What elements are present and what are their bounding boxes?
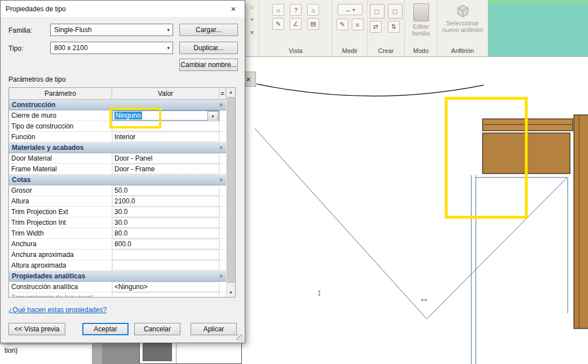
close-tool-icon[interactable]: × bbox=[250, 29, 254, 37]
param-value-cell[interactable]: 80.0 bbox=[112, 228, 219, 238]
param-name-cell: Trim Width bbox=[9, 228, 112, 238]
param-value-cell[interactable]: Interior bbox=[112, 132, 219, 142]
lines-icon[interactable]: ≡ bbox=[352, 19, 364, 30]
param-row: Trim Projection Ext30.0 bbox=[9, 207, 226, 217]
param-value-cell[interactable]: 50.0 bbox=[112, 185, 219, 196]
properties-help-link[interactable]: ¿Qué hacen estas propiedades? bbox=[8, 306, 107, 314]
param-name-cell: Transmitancia de luz visual bbox=[9, 292, 112, 297]
param-value-cell[interactable]: <Ninguno> bbox=[112, 282, 219, 292]
col-header-valor[interactable]: Valor bbox=[112, 88, 219, 99]
angle-icon[interactable]: ∠ bbox=[290, 18, 302, 30]
pencil-icon[interactable]: ✎ bbox=[272, 18, 284, 30]
param-value-cell[interactable]: 800.0 bbox=[112, 239, 219, 249]
bottom-left-text-strip: tion) bbox=[0, 344, 92, 364]
param-row: Transmitancia de luz visual bbox=[9, 292, 226, 297]
panel-label-vista[interactable]: Vista bbox=[259, 47, 332, 56]
equalize-cell bbox=[219, 207, 226, 217]
lightbulb-icon[interactable]: ☼ bbox=[249, 3, 255, 11]
bottom-grey-panel-edge bbox=[92, 342, 102, 364]
type-combo[interactable]: 800 x 2100 ▾ bbox=[50, 42, 173, 54]
col-header-eq[interactable]: = bbox=[219, 88, 226, 99]
home-icon[interactable]: ⌂ bbox=[307, 4, 319, 16]
chevron-down-icon[interactable]: ▾ bbox=[167, 27, 173, 33]
dialog-title: Propiedades de tipo bbox=[6, 5, 66, 13]
measure-icon[interactable]: ↔ ▾ bbox=[338, 4, 362, 15]
panel-label-medir[interactable]: Medir bbox=[333, 47, 367, 56]
resize-grip[interactable] bbox=[236, 334, 244, 341]
duplicate-button[interactable]: Duplicar... bbox=[179, 42, 238, 54]
load-button[interactable]: Cargar... bbox=[179, 24, 238, 36]
ribbon: ☼ + × ☼ ? ⌂ ✎ ∠ ▤ Vista ↔ bbox=[245, 0, 588, 57]
param-row: Frame MaterialDoor - Frame bbox=[9, 164, 226, 175]
value-dropdown-button[interactable]: ▾ bbox=[207, 111, 218, 121]
scroll-down-icon[interactable]: ▼ bbox=[227, 288, 235, 297]
param-section-header[interactable]: Propiedades analíticas« bbox=[9, 271, 226, 282]
apply-button[interactable]: Aplicar bbox=[191, 323, 237, 335]
preview-button[interactable]: << Vista previa bbox=[8, 323, 65, 335]
scroll-up-icon[interactable]: ▲ bbox=[227, 88, 235, 96]
rename-button[interactable]: Cambiar nombre... bbox=[179, 59, 238, 71]
param-value-cell[interactable] bbox=[112, 250, 219, 260]
dialog-title-bar[interactable]: Propiedades de tipo bbox=[1, 1, 245, 17]
wall-block bbox=[483, 133, 570, 174]
param-name-cell: Tipo de construcción bbox=[9, 121, 112, 131]
collapse-chevron-icon[interactable]: « bbox=[218, 274, 225, 278]
swap-icon[interactable]: ⇄ bbox=[370, 21, 382, 33]
door-elevation-lines bbox=[255, 128, 568, 364]
param-value-cell[interactable] bbox=[112, 292, 219, 297]
param-row: Altura aproximada bbox=[9, 260, 226, 271]
equalize-cell bbox=[219, 121, 226, 131]
ribbon-panel-medir: ↔ ▾ ✎ ≡ Medir bbox=[333, 0, 368, 56]
collapse-chevron-icon[interactable]: « bbox=[218, 103, 225, 106]
param-name-cell: Trim Projection Ext bbox=[9, 207, 112, 217]
section-label: Cotas bbox=[12, 176, 30, 184]
chevron-down-icon[interactable]: ▾ bbox=[167, 45, 173, 51]
panel-label-anfitrion[interactable]: Anfitrión bbox=[437, 47, 488, 56]
updown-icon[interactable]: ⇅ bbox=[388, 21, 400, 33]
group-icon[interactable]: □ bbox=[388, 4, 403, 19]
pencil-icon[interactable]: ✎ bbox=[337, 19, 348, 30]
panel-label-crear[interactable]: Crear bbox=[368, 47, 404, 56]
table-scrollbar[interactable]: ▲ ▼ bbox=[226, 88, 235, 297]
param-value-cell[interactable] bbox=[112, 121, 219, 131]
collapse-chevron-icon[interactable]: « bbox=[218, 146, 225, 149]
move-icon[interactable]: + bbox=[250, 16, 254, 24]
col-header-parametro[interactable]: Parámetro bbox=[9, 88, 112, 99]
ok-button[interactable]: Aceptar bbox=[82, 323, 129, 335]
collapse-chevron-icon[interactable]: « bbox=[218, 178, 225, 181]
param-value-cell[interactable]: 30.0 bbox=[112, 217, 219, 228]
param-section-header[interactable]: Cotas« bbox=[9, 175, 226, 185]
ribbon-panel-anfitrion: Seleccionar nuevo anfitrión Anfitrión bbox=[437, 0, 488, 56]
param-name-cell: Función bbox=[9, 132, 112, 142]
family-value: Single-Flush bbox=[54, 26, 92, 34]
flip-vertical-control-icon[interactable]: ↕ bbox=[317, 288, 322, 298]
dialog-close-button[interactable]: × bbox=[222, 1, 245, 17]
equalize-cell bbox=[219, 260, 226, 270]
edit-family-button[interactable]: Editar familia bbox=[407, 2, 435, 37]
cancel-button[interactable]: Cancelar bbox=[134, 323, 180, 335]
ribbon-panel-crear: □ □ ⇄ ⇅ Crear bbox=[368, 0, 405, 56]
dropdown-icon[interactable]: ▾ bbox=[352, 7, 355, 12]
grid-icon[interactable]: ▤ bbox=[307, 18, 319, 30]
scrollbar-thumb[interactable] bbox=[227, 97, 235, 283]
param-value-cell[interactable] bbox=[112, 260, 219, 270]
param-value-cell[interactable]: 30.0 bbox=[112, 207, 219, 217]
preview-divider bbox=[176, 341, 176, 363]
section-label: Materiales y acabados bbox=[12, 144, 83, 152]
param-value-cell[interactable]: Ninguno▾ bbox=[112, 110, 219, 121]
component-icon[interactable]: □ bbox=[370, 4, 384, 19]
panel-label-modo[interactable]: Modo bbox=[405, 47, 437, 56]
param-value-cell[interactable]: Door - Frame bbox=[112, 164, 219, 174]
help-icon[interactable]: ? bbox=[290, 4, 302, 16]
pick-new-host-button[interactable]: Seleccionar nuevo anfitrión bbox=[440, 2, 485, 33]
family-combo[interactable]: Single-Flush ▾ bbox=[50, 24, 173, 36]
param-section-header[interactable]: Materiales y acabados« bbox=[9, 143, 226, 153]
equalize-cell bbox=[219, 239, 226, 249]
param-row: Trim Width80.0 bbox=[9, 228, 226, 239]
param-value-cell[interactable]: Door - Panel bbox=[112, 153, 219, 163]
flip-horizontal-control-icon[interactable]: ↔ bbox=[419, 294, 429, 303]
param-section-header[interactable]: Construcción« bbox=[9, 100, 226, 110]
param-name-cell: Altura bbox=[9, 196, 112, 206]
sun-icon[interactable]: ☼ bbox=[272, 4, 284, 16]
param-value-cell[interactable]: 2100.0 bbox=[112, 196, 219, 206]
